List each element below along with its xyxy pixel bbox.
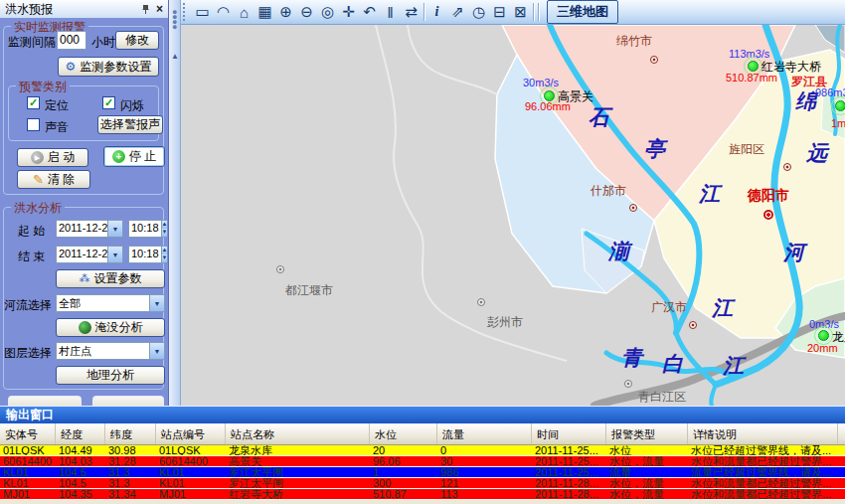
layer-select-dropdown[interactable]: 村庄点 ▼ (56, 342, 165, 360)
map-3d-button[interactable]: 三维地图 (547, 0, 618, 24)
grid-column-header[interactable]: 纬度 (105, 423, 156, 444)
stop-button[interactable]: + 停 止 (103, 146, 165, 167)
start-date-combo[interactable]: 2011-12-26 ▼ (56, 220, 123, 238)
chevron-down-icon[interactable]: ▼ (149, 343, 164, 359)
table-cell: MJ01 (0, 489, 56, 499)
grid-column-header[interactable]: 水位 (370, 423, 437, 444)
select-alarm-sound-button[interactable]: 选择警报声 (97, 115, 163, 134)
grid-column-header[interactable]: 时间 (532, 423, 606, 444)
grid-column-header[interactable]: 站点名称 (226, 423, 370, 444)
interval-label: 监测间隔 (8, 34, 56, 51)
geo-analysis-button[interactable]: 地理分析 (56, 366, 165, 385)
chevron-down-icon[interactable]: ▼ (149, 295, 164, 311)
zoom-previous-icon[interactable]: ↶ (359, 2, 380, 23)
info-icon[interactable]: i (426, 2, 447, 23)
city-label: 彭州市 (487, 314, 523, 331)
measure-distance-icon[interactable]: ▭ (192, 2, 213, 23)
table-cell: 01LQSK (156, 445, 226, 455)
river-select-label: 河流选择 (4, 297, 52, 314)
station-rain-label: 1mm (831, 117, 845, 129)
partial-button[interactable] (8, 396, 82, 406)
partial-button[interactable] (92, 396, 164, 406)
grid-column-header[interactable]: 实体号 (0, 423, 56, 444)
close-icon[interactable]: × (156, 2, 163, 16)
city-label: 绵竹市 (616, 33, 652, 50)
start-button[interactable]: ▶ 启 动 (17, 148, 88, 167)
table-cell: KL01 (0, 467, 56, 477)
table-cell: 30 (437, 456, 532, 466)
grid-body: 01LQSK104.4930.9801LQSK龙泉水库2002011-11-25… (0, 445, 845, 500)
river-select-dropdown[interactable]: 全部 ▼ (56, 294, 165, 312)
station-marker[interactable] (835, 100, 845, 111)
interval-input[interactable]: 000 (57, 31, 86, 50)
city-label: 青白江区 (638, 389, 686, 406)
end-time-value: 10:18 (129, 247, 161, 262)
zoom-out-icon[interactable]: ⊖ (296, 2, 317, 23)
submerge-analysis-button[interactable]: 淹没分析 (56, 318, 165, 337)
grid-column-header[interactable]: 流量 (437, 423, 532, 444)
select-alarm-sound-label: 选择警报声 (100, 116, 160, 133)
set-params-button[interactable]: ⁂ 设置参数 (56, 269, 165, 288)
grid-column-header[interactable]: 站点编号 (156, 423, 226, 444)
interval-unit-label: 小时 (91, 34, 115, 51)
table-cell: 0 (437, 445, 532, 455)
city-label: 都江堰市 (285, 282, 333, 299)
pin-icon[interactable] (141, 4, 150, 15)
table-row[interactable]: 01LQSK104.4930.9801LQSK龙泉水库2002011-11-25… (0, 445, 845, 456)
table-row[interactable]: KL01104.531.3KL01罗江太平闸3001212011-11-28..… (0, 478, 845, 489)
end-date-value: 2011-12-26 (57, 247, 107, 262)
table-cell: 96.06 (370, 456, 437, 466)
river-name-char: 江 (712, 298, 733, 319)
print-icon[interactable]: ⊟ (489, 2, 510, 23)
pan-hand-icon[interactable]: ✛ (338, 2, 359, 23)
end-time-spinner[interactable]: 10:18 ▲▼ (128, 246, 165, 263)
table-cell: 水位 (606, 445, 688, 455)
table-row[interactable]: MJ01104.3531.34MJ01红岩寺大桥510.871132011-11… (0, 489, 845, 500)
measure-arc-icon[interactable]: ◠ (213, 2, 234, 23)
flash-checkbox[interactable]: ✓ (102, 96, 115, 109)
full-extent-globe-icon[interactable]: ◎ (317, 2, 338, 23)
panel-splitter[interactable]: ●●●● ▲ (169, 0, 181, 406)
table-row[interactable]: 60614400104.0331.2860614400高景关96.0630201… (0, 456, 845, 467)
clock-icon[interactable]: ◷ (468, 2, 489, 23)
map-canvas[interactable]: 石亭江湔江青白江绵远河绵竹市什邡市旌阳区德阳市广汉市罗江县都江堰市彭州市青白江区… (181, 25, 845, 406)
grid-column-header[interactable]: 经度 (56, 423, 105, 444)
splitter-collapse-icon[interactable]: ▲ (171, 52, 179, 61)
city-marker-icon (276, 265, 284, 273)
station-marker[interactable] (748, 61, 759, 72)
table-cell: 104.5 (56, 478, 105, 488)
river-name-char: 江 (699, 184, 720, 205)
clear-button[interactable]: ✎ 清 除 (17, 170, 90, 189)
flash-checkbox-label: 闪烁 (120, 97, 144, 114)
chevron-down-icon[interactable]: ▼ (107, 247, 122, 262)
printer-icon[interactable]: ⊠ (510, 2, 531, 23)
pause-icon[interactable]: ‖ (380, 2, 401, 23)
modify-button[interactable]: 修改 (115, 31, 159, 50)
toolbar-grip-icon[interactable] (183, 3, 189, 21)
station-marker[interactable] (818, 330, 829, 341)
city-label: 广汉市 (651, 299, 687, 316)
sound-checkbox[interactable] (27, 118, 40, 131)
grid-column-header[interactable]: 报警类型 (606, 423, 688, 444)
zoom-in-icon[interactable]: ⊕ (275, 2, 296, 23)
spinner-arrows-icon[interactable]: ▲▼ (161, 247, 168, 262)
output-window-title-bar[interactable]: 输出窗口 (0, 406, 845, 423)
refresh-icon[interactable]: ⇄ (401, 2, 422, 23)
table-cell: 60614400 (0, 456, 56, 466)
end-date-combo[interactable]: 2011-12-26 ▼ (56, 246, 123, 263)
map-toolbar: ▭◠⌂▦⊕⊖◎✛↶‖⇄i⇗◷⊟⊠ 三维地图 (181, 0, 845, 25)
monitor-params-button[interactable]: ⚙ 监测参数设置 (58, 57, 159, 77)
start-time-spinner[interactable]: 10:18 ▲▼ (128, 220, 165, 238)
city-marker-icon (783, 163, 791, 171)
locate-checkbox[interactable]: ✓ (27, 96, 40, 109)
grid-layers-icon[interactable]: ▦ (254, 2, 275, 23)
output-window-title: 输出窗口 (6, 407, 54, 423)
grid-column-header[interactable]: 详情说明 (688, 423, 838, 444)
export-icon[interactable]: ⇗ (447, 2, 468, 23)
measure-area-icon[interactable]: ⌂ (234, 2, 254, 23)
table-cell: 2011-11-28... (532, 478, 606, 488)
city-marker-icon (624, 380, 632, 388)
chevron-down-icon[interactable]: ▼ (107, 221, 122, 237)
table-row[interactable]: KL01104.531.3KL01罗江太平闸19862011-11-25...流… (0, 467, 845, 478)
spinner-arrows-icon[interactable]: ▲▼ (161, 221, 168, 237)
